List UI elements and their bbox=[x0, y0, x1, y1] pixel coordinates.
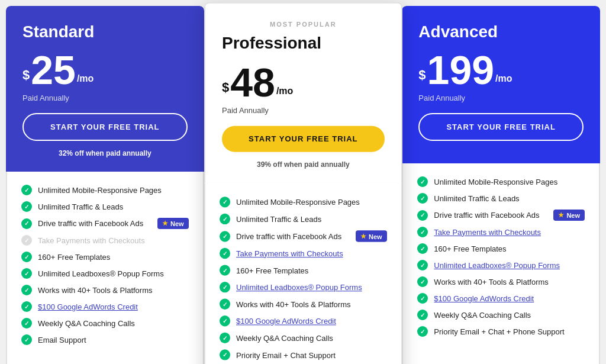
feature-item: ✓ $100 Google AdWords Credit bbox=[220, 315, 387, 326]
plan-name: Advanced bbox=[418, 22, 584, 41]
paid-annually: Paid Annually bbox=[418, 94, 584, 102]
feature-text: Unlimited Mobile-Responsive Pages bbox=[434, 178, 585, 186]
price-row: $ 25 /mo bbox=[22, 50, 188, 90]
plan-features: ✓ Unlimited Mobile-Responsive Pages ✓ Un… bbox=[6, 172, 204, 364]
price-per-mo: /mo bbox=[276, 85, 293, 96]
feature-text: Weekly Q&A Coaching Calls bbox=[434, 311, 585, 320]
check-icon: ✓ bbox=[417, 193, 428, 204]
price-per-mo: /mo bbox=[77, 73, 94, 84]
check-icon: ✓ bbox=[21, 218, 32, 229]
check-icon: ✓ bbox=[220, 231, 230, 241]
feature-text: Priority Email + Chat Support bbox=[236, 350, 387, 359]
check-icon: ✓ bbox=[21, 301, 32, 312]
feature-text[interactable]: $100 Google AdWords Credit bbox=[434, 294, 585, 303]
plan-header-standard: Standard $ 25 /mo Paid Annually START YO… bbox=[6, 6, 204, 172]
feature-text: Unlimited Traffic & Leads bbox=[434, 194, 585, 203]
paid-annually: Paid Annually bbox=[222, 106, 385, 115]
feature-item: ✓ Priority Email + Chat Support bbox=[220, 349, 387, 360]
check-icon: ✓ bbox=[220, 214, 230, 224]
star-icon: ★ bbox=[558, 211, 564, 219]
plan-name: Standard bbox=[22, 22, 188, 41]
check-icon: ✓ bbox=[21, 252, 32, 262]
plan-header-advanced: Advanced $ 199 /mo Paid Annually START Y… bbox=[402, 6, 600, 163]
feature-text[interactable]: Unlimited Leadboxes® Popup Forms bbox=[434, 261, 585, 270]
check-icon: ✓ bbox=[220, 315, 230, 326]
feature-text: Works with 40+ Tools & Platforms bbox=[38, 286, 189, 295]
feature-text: Unlimited Leadboxes® Popup Forms bbox=[38, 269, 189, 278]
plan-card-professional: MOST POPULAR Professional $ 48 /mo Paid … bbox=[204, 2, 402, 364]
feature-item: ✓ 160+ Free Templates bbox=[21, 252, 189, 262]
discount-text: 32% off when paid annually bbox=[22, 149, 188, 157]
feature-text: Works with 40+ Tools & Platforms bbox=[236, 299, 387, 308]
feature-item: ✓ Unlimited Leadboxes® Popup Forms bbox=[417, 260, 585, 270]
feature-text: Drive traffic with Facebook Ads bbox=[38, 219, 149, 228]
check-icon: ✓ bbox=[220, 349, 230, 360]
feature-item: ✓ 160+ Free Templates bbox=[220, 265, 387, 275]
feature-item: ✓ $100 Google AdWords Credit bbox=[21, 301, 189, 312]
feature-item: ✓ Take Payments with Checkouts bbox=[21, 235, 189, 246]
feature-text: Take Payments with Checkouts bbox=[38, 236, 189, 245]
price-row: $ 48 /mo bbox=[222, 62, 385, 102]
feature-item: ✓ Unlimited Leadboxes® Popup Forms bbox=[220, 282, 387, 292]
check-icon: ✓ bbox=[21, 318, 32, 328]
feature-item: ✓ Email Support bbox=[21, 334, 189, 345]
feature-text: Weekly Q&A Coaching Calls bbox=[236, 333, 387, 342]
check-icon: ✓ bbox=[220, 282, 230, 292]
feature-text: Drive traffic with Facebook Ads bbox=[236, 231, 347, 240]
pricing-container: Standard $ 25 /mo Paid Annually START YO… bbox=[6, 6, 600, 364]
feature-text: 160+ Free Templates bbox=[236, 266, 387, 275]
price-row: $ 199 /mo bbox=[418, 50, 584, 90]
price-dollar: $ bbox=[222, 79, 229, 95]
plan-name: Professional bbox=[222, 34, 385, 53]
check-icon: ✓ bbox=[417, 260, 428, 270]
feature-text: 160+ Free Templates bbox=[38, 253, 189, 262]
paid-annually: Paid Annually bbox=[22, 94, 188, 102]
cta-button-advanced[interactable]: START YOUR FREE TRIAL bbox=[418, 113, 584, 141]
feature-item: ✓ Weekly Q&A Coaching Calls bbox=[417, 310, 585, 320]
feature-text[interactable]: Take Payments with Checkouts bbox=[236, 249, 387, 257]
feature-item: ✓ Weekly Q&A Coaching Calls bbox=[21, 318, 189, 328]
feature-text[interactable]: $100 Google AdWords Credit bbox=[236, 317, 387, 326]
feature-text: 160+ Free Templates bbox=[434, 244, 585, 253]
plan-header-professional: MOST POPULAR Professional $ 48 /mo Paid … bbox=[204, 2, 402, 183]
feature-item: ✓ Works with 40+ Tools & Platforms bbox=[417, 276, 585, 287]
cta-button-standard[interactable]: START YOUR FREE TRIAL bbox=[22, 113, 188, 141]
plan-card-standard: Standard $ 25 /mo Paid Annually START YO… bbox=[6, 6, 204, 364]
check-icon: ✓ bbox=[417, 276, 428, 287]
new-badge: ★New bbox=[157, 218, 189, 229]
feature-item: ✓ Priority Email + Chat + Phone Support bbox=[417, 326, 585, 337]
feature-item: ✓ Unlimited Traffic & Leads bbox=[417, 193, 585, 204]
feature-text: Unlimited Mobile-Responsive Pages bbox=[38, 186, 189, 195]
check-icon: ✓ bbox=[417, 176, 428, 187]
check-icon: ✓ bbox=[21, 235, 32, 246]
feature-text: Works with 40+ Tools & Platforms bbox=[434, 278, 585, 286]
feature-text: Unlimited Traffic & Leads bbox=[38, 202, 189, 211]
feature-item: ✓ 160+ Free Templates bbox=[417, 243, 585, 254]
check-icon: ✓ bbox=[220, 299, 230, 310]
most-popular-label: MOST POPULAR bbox=[222, 20, 385, 27]
check-icon: ✓ bbox=[417, 293, 428, 304]
feature-item: ✓ Drive traffic with Facebook Ads ★New bbox=[21, 218, 189, 229]
check-icon: ✓ bbox=[220, 248, 230, 259]
discount-text: 39% off when paid annually bbox=[222, 160, 385, 169]
feature-text[interactable]: $100 Google AdWords Credit bbox=[38, 302, 189, 311]
new-badge: ★New bbox=[356, 230, 387, 241]
check-icon: ✓ bbox=[21, 201, 32, 212]
check-icon: ✓ bbox=[21, 334, 32, 345]
feature-text: Drive traffic with Facebook Ads bbox=[434, 211, 545, 220]
price-amount: 199 bbox=[427, 50, 494, 90]
feature-item: ✓ Unlimited Mobile-Responsive Pages bbox=[21, 185, 189, 195]
check-icon: ✓ bbox=[21, 285, 32, 295]
check-icon: ✓ bbox=[220, 333, 230, 343]
price-dollar: $ bbox=[418, 67, 426, 83]
plan-card-advanced: Advanced $ 199 /mo Paid Annually START Y… bbox=[402, 6, 600, 364]
feature-item: ✓ Unlimited Traffic & Leads bbox=[220, 214, 387, 224]
check-icon: ✓ bbox=[417, 310, 428, 320]
feature-text[interactable]: Unlimited Leadboxes® Popup Forms bbox=[236, 283, 387, 292]
star-icon: ★ bbox=[162, 220, 168, 227]
cta-button-professional[interactable]: START YOUR FREE TRIAL bbox=[222, 126, 385, 152]
feature-text[interactable]: Take Payments with Checkouts bbox=[434, 228, 585, 237]
price-per-mo: /mo bbox=[495, 73, 512, 84]
feature-item: ✓ Works with 40+ Tools & Platforms bbox=[220, 299, 387, 310]
check-icon: ✓ bbox=[220, 197, 230, 207]
